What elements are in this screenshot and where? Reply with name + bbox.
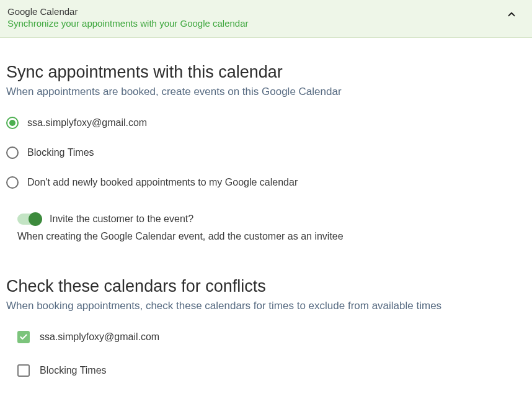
conflicts-subheading: When booking appointments, check these c…: [6, 300, 526, 312]
chevron-up-icon[interactable]: [506, 9, 517, 22]
sync-subheading: When appointments are booked, create eve…: [6, 86, 526, 98]
content: Sync appointments with this calendar Whe…: [0, 38, 532, 414]
header-title: Google Calendar: [7, 6, 249, 17]
invite-toggle-row: Invite the customer to the event?: [17, 214, 526, 225]
sync-option-2[interactable]: Don't add newly booked appointments to m…: [6, 176, 526, 189]
checkbox-label: ssa.simplyfoxy@gmail.com: [40, 331, 159, 343]
conflicts-section: Check these calendars for conflicts When…: [6, 277, 526, 377]
header-panel[interactable]: Google Calendar Synchronize your appoint…: [0, 0, 532, 38]
sync-option-1[interactable]: Blocking Times: [6, 146, 526, 159]
header-text: Google Calendar Synchronize your appoint…: [7, 6, 249, 29]
conflicts-heading: Check these calendars for conflicts: [6, 277, 526, 296]
radio-label: ssa.simplyfoxy@gmail.com: [27, 117, 147, 128]
radio-icon: [6, 146, 19, 159]
invite-toggle[interactable]: [17, 214, 41, 225]
invite-block: Invite the customer to the event? When c…: [17, 214, 526, 242]
radio-icon: [6, 176, 19, 189]
header-subtitle: Synchronize your appointments with your …: [7, 18, 249, 29]
radio-label: Blocking Times: [27, 147, 94, 158]
sync-option-0[interactable]: ssa.simplyfoxy@gmail.com: [6, 117, 526, 129]
invite-description: When creating the Google Calendar event,…: [17, 231, 526, 242]
invite-toggle-label: Invite the customer to the event?: [50, 214, 193, 225]
sync-heading: Sync appointments with this calendar: [6, 63, 526, 82]
conflict-option-1[interactable]: Blocking Times: [17, 364, 526, 377]
checkbox-icon: [17, 331, 30, 343]
checkbox-icon: [17, 364, 30, 377]
checkbox-label: Blocking Times: [40, 365, 107, 376]
toggle-knob-icon: [29, 212, 42, 226]
conflict-option-0[interactable]: ssa.simplyfoxy@gmail.com: [17, 331, 526, 343]
radio-label: Don't add newly booked appointments to m…: [27, 177, 298, 188]
radio-icon: [6, 117, 19, 129]
